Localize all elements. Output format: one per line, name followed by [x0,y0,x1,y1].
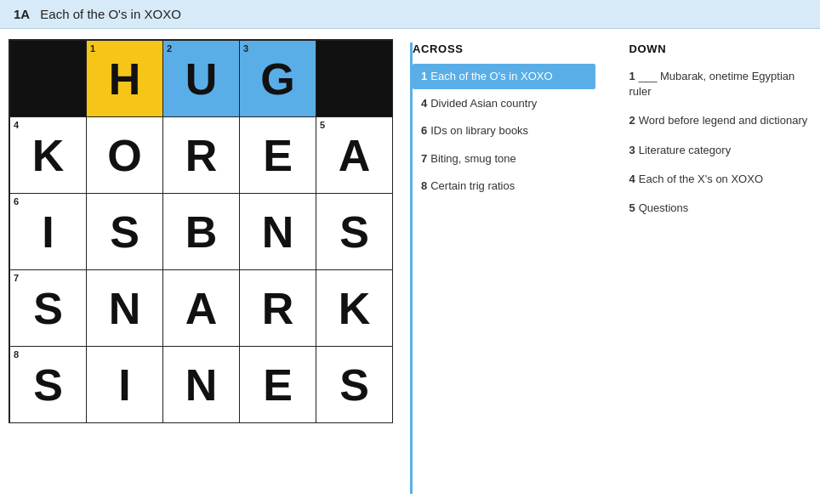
cell-letter: A [339,133,371,178]
crossword-grid: 1H2U3G4KORE5A6ISBNS7SNARK8SINES [9,39,393,423]
grid-cell[interactable]: 5A [316,117,393,194]
cell-letter: S [33,363,63,407]
grid-cell[interactable] [10,41,87,117]
grid-cell[interactable]: K [316,270,393,347]
grid-cell[interactable]: O [87,117,163,194]
clue-text: Literature category [639,144,731,156]
clue-number: 5 [629,201,635,214]
down-clue-item[interactable]: 4Each of the X's on XOXO [629,167,812,192]
grid-cell[interactable]: B [163,194,240,270]
across-clue-item[interactable]: 7Biting, smug tone [413,146,595,172]
clue-text: Word before legend and dictionary [639,114,808,127]
clue-text: IDs on library books [430,124,528,137]
clue-text: ___ Mubarak, onetime Egyptian ruler [629,70,795,98]
cell-letter: U [185,57,218,101]
cell-letter: K [32,133,65,178]
grid-cell[interactable]: E [240,347,316,423]
cell-letter: I [118,363,130,407]
cell-letter: N [185,363,218,407]
cell-number: 1 [90,43,95,54]
clue-bar-text: Each of the O's in XOXO [40,7,180,21]
clue-bar-number: 1A [14,7,30,21]
grid-cell[interactable]: 3G [240,41,316,117]
cell-letter: E [263,133,293,178]
grid-cell[interactable]: S [87,194,163,270]
clue-text: Biting, smug tone [430,152,515,165]
grid-cell[interactable]: 7S [10,270,87,347]
main-area: 1H2U3G4KORE5A6ISBNS7SNARK8SINES ACROSS 1… [0,29,820,504]
cell-letter: S [33,286,63,331]
cell-letter: O [107,133,141,178]
clue-number: 2 [629,114,635,127]
down-clue-item[interactable]: 5Questions [629,195,812,221]
down-title: DOWN [629,42,812,55]
grid-cell[interactable]: N [240,194,316,270]
clue-text: Each of the O's in XOXO [430,70,552,82]
grid-cell[interactable]: S [316,347,393,423]
grid-cell[interactable]: 8S [10,347,87,423]
cell-number: 7 [14,273,19,283]
grid-cell[interactable]: 6I [10,194,87,270]
clue-number: 4 [629,173,635,185]
clue-number: 6 [421,124,427,137]
down-clue-item[interactable]: 2Word before legend and dictionary [629,108,812,133]
clues-panel: ACROSS 1Each of the O's in XOXO4Divided … [410,39,811,494]
grid-cell[interactable]: 1H [87,41,163,117]
cell-number: 8 [14,349,19,360]
cell-number: 4 [14,120,19,130]
down-clue-item[interactable]: 1___ Mubarak, onetime Egyptian ruler [629,64,812,105]
grid-cell[interactable]: N [87,270,163,347]
clue-text: Divided Asian country [430,97,537,110]
grid-cell[interactable]: A [163,270,240,347]
down-clue-item[interactable]: 3Literature category [629,138,812,163]
grid-cell[interactable]: E [240,117,316,194]
grid-cell[interactable]: R [240,270,316,347]
down-clues-list: 1___ Mubarak, onetime Egyptian ruler2Wor… [629,64,812,221]
clue-text: Questions [639,201,689,214]
across-clues-section: ACROSS 1Each of the O's in XOXO4Divided … [410,42,595,494]
across-clues-list: 1Each of the O's in XOXO4Divided Asian c… [413,64,595,199]
cell-letter: N [109,286,141,331]
grid-cell[interactable]: N [163,347,240,423]
clue-text: Certain trig ratios [430,179,515,192]
grid-cell[interactable] [316,41,393,117]
clue-number: 1 [629,70,635,82]
across-title: ACROSS [413,42,595,55]
down-clues-section: DOWN 1___ Mubarak, onetime Egyptian rule… [629,42,812,494]
crossword-grid-container: 1H2U3G4KORE5A6ISBNS7SNARK8SINES [9,39,393,494]
cell-number: 3 [243,43,248,54]
across-clue-item[interactable]: 1Each of the O's in XOXO [413,64,595,89]
grid-cell[interactable]: 4K [10,117,87,194]
cell-letter: B [185,210,218,254]
cell-letter: I [42,210,54,254]
clue-bar: 1A Each of the O's in XOXO [0,0,820,29]
clue-number: 3 [629,144,635,156]
cell-letter: N [262,210,294,254]
grid-cell[interactable]: I [87,347,163,423]
cell-letter: E [263,363,293,407]
clue-text: Each of the X's on XOXO [639,173,763,185]
across-clue-item[interactable]: 4Divided Asian country [413,91,595,116]
grid-cell[interactable]: 2U [163,41,240,117]
cell-letter: G [260,57,294,101]
grid-cell[interactable]: S [316,194,393,270]
cell-number: 2 [167,43,172,54]
clue-number: 7 [421,152,427,165]
cell-letter: R [262,286,294,331]
grid-cell[interactable]: R [163,117,240,194]
clue-number: 4 [421,97,427,110]
cell-letter: R [185,133,218,178]
cell-letter: A [185,286,218,331]
cell-number: 6 [14,196,19,207]
across-clue-item[interactable]: 6IDs on library books [413,118,595,144]
cell-number: 5 [320,120,325,130]
cell-letter: K [339,286,371,331]
cell-letter: S [339,210,369,254]
clue-number: 8 [421,179,427,192]
cell-letter: H [109,57,141,101]
cell-letter: S [110,210,140,254]
clue-number: 1 [421,70,427,82]
across-clue-item[interactable]: 8Certain trig ratios [413,173,595,199]
cell-letter: S [339,363,369,407]
